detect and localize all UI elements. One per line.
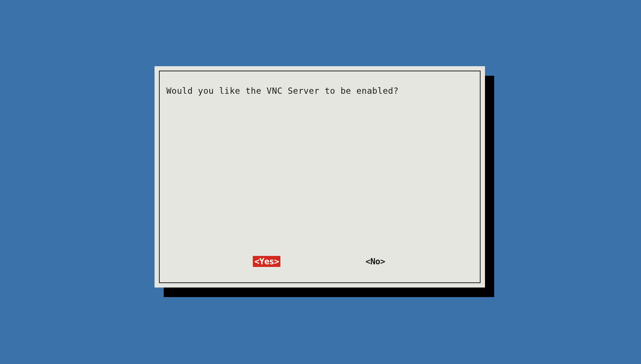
dialog-frame: Would you like the VNC Server to be enab…	[159, 71, 481, 283]
dialog-message: Would you like the VNC Server to be enab…	[166, 86, 399, 96]
yes-button[interactable]: <Yes>	[253, 256, 280, 267]
no-button[interactable]: <No>	[364, 256, 386, 267]
button-row: <Yes> <No>	[160, 256, 480, 267]
dialog-box: Would you like the VNC Server to be enab…	[155, 66, 485, 288]
